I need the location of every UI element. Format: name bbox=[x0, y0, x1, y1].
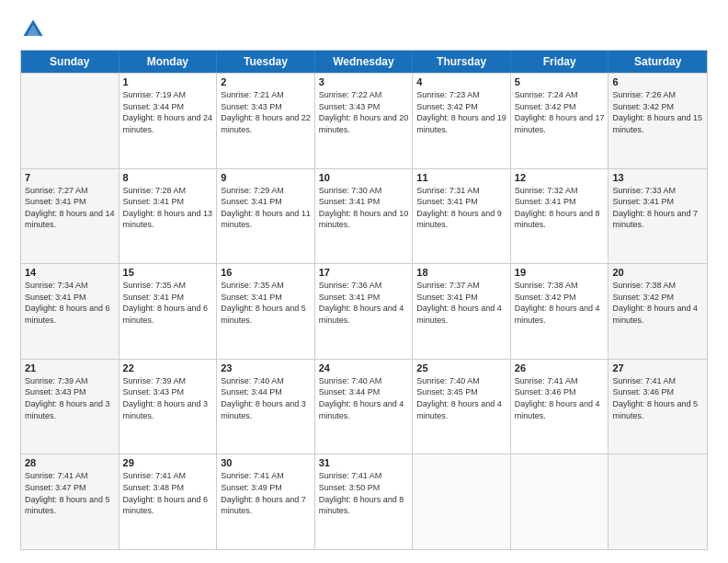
day-number: 31 bbox=[319, 457, 409, 468]
cal-cell: 20Sunrise: 7:38 AM Sunset: 3:42 PM Dayli… bbox=[609, 264, 707, 359]
day-number: 24 bbox=[319, 362, 409, 373]
day-number: 4 bbox=[416, 76, 506, 87]
cell-info: Sunrise: 7:22 AM Sunset: 3:43 PM Dayligh… bbox=[319, 89, 409, 135]
cal-cell bbox=[413, 454, 511, 549]
cell-info: Sunrise: 7:37 AM Sunset: 3:41 PM Dayligh… bbox=[416, 280, 506, 326]
cell-info: Sunrise: 7:35 AM Sunset: 3:41 PM Dayligh… bbox=[221, 280, 311, 326]
header-cell-monday: Monday bbox=[119, 51, 218, 73]
header-cell-thursday: Thursday bbox=[413, 51, 511, 73]
day-number: 25 bbox=[416, 362, 506, 373]
cal-cell: 13Sunrise: 7:33 AM Sunset: 3:41 PM Dayli… bbox=[609, 169, 707, 264]
week-row-5: 28Sunrise: 7:41 AM Sunset: 3:47 PM Dayli… bbox=[21, 454, 707, 549]
day-number: 11 bbox=[416, 172, 506, 183]
cal-cell bbox=[21, 74, 119, 168]
cell-info: Sunrise: 7:30 AM Sunset: 3:41 PM Dayligh… bbox=[319, 185, 409, 231]
cell-info: Sunrise: 7:38 AM Sunset: 3:42 PM Dayligh… bbox=[612, 280, 703, 326]
cell-info: Sunrise: 7:28 AM Sunset: 3:41 PM Dayligh… bbox=[123, 185, 213, 231]
cell-info: Sunrise: 7:26 AM Sunset: 3:42 PM Dayligh… bbox=[612, 89, 703, 135]
cal-cell: 17Sunrise: 7:36 AM Sunset: 3:41 PM Dayli… bbox=[315, 264, 414, 359]
cell-info: Sunrise: 7:38 AM Sunset: 3:42 PM Dayligh… bbox=[515, 280, 605, 326]
cal-cell: 8Sunrise: 7:28 AM Sunset: 3:41 PM Daylig… bbox=[119, 169, 218, 264]
cell-info: Sunrise: 7:41 AM Sunset: 3:48 PM Dayligh… bbox=[123, 470, 213, 516]
cell-info: Sunrise: 7:39 AM Sunset: 3:43 PM Dayligh… bbox=[123, 375, 213, 421]
cell-info: Sunrise: 7:41 AM Sunset: 3:46 PM Dayligh… bbox=[515, 375, 605, 421]
cell-info: Sunrise: 7:35 AM Sunset: 3:41 PM Dayligh… bbox=[123, 280, 213, 326]
day-number: 27 bbox=[612, 362, 703, 373]
day-number: 2 bbox=[221, 76, 311, 87]
cal-cell: 15Sunrise: 7:35 AM Sunset: 3:41 PM Dayli… bbox=[119, 264, 218, 359]
day-number: 20 bbox=[612, 267, 703, 278]
day-number: 13 bbox=[612, 172, 703, 183]
logo bbox=[20, 17, 50, 42]
cal-cell: 24Sunrise: 7:40 AM Sunset: 3:44 PM Dayli… bbox=[315, 360, 414, 454]
day-number: 16 bbox=[221, 267, 311, 278]
cal-cell: 6Sunrise: 7:26 AM Sunset: 3:42 PM Daylig… bbox=[609, 74, 707, 168]
cell-info: Sunrise: 7:41 AM Sunset: 3:49 PM Dayligh… bbox=[221, 470, 311, 516]
cal-cell: 25Sunrise: 7:40 AM Sunset: 3:45 PM Dayli… bbox=[413, 360, 511, 454]
cell-info: Sunrise: 7:29 AM Sunset: 3:41 PM Dayligh… bbox=[221, 185, 311, 231]
cell-info: Sunrise: 7:31 AM Sunset: 3:41 PM Dayligh… bbox=[416, 185, 506, 231]
header-cell-wednesday: Wednesday bbox=[315, 51, 414, 73]
day-number: 29 bbox=[123, 457, 213, 468]
header bbox=[20, 17, 708, 42]
cell-info: Sunrise: 7:39 AM Sunset: 3:43 PM Dayligh… bbox=[25, 375, 115, 421]
day-number: 8 bbox=[123, 172, 213, 183]
cal-cell: 3Sunrise: 7:22 AM Sunset: 3:43 PM Daylig… bbox=[315, 74, 414, 168]
cal-cell: 31Sunrise: 7:41 AM Sunset: 3:50 PM Dayli… bbox=[315, 454, 414, 549]
cal-cell: 22Sunrise: 7:39 AM Sunset: 3:43 PM Dayli… bbox=[119, 360, 218, 454]
week-row-4: 21Sunrise: 7:39 AM Sunset: 3:43 PM Dayli… bbox=[21, 359, 707, 454]
cal-cell bbox=[609, 454, 707, 549]
header-cell-friday: Friday bbox=[511, 51, 609, 73]
day-number: 18 bbox=[416, 267, 506, 278]
day-number: 5 bbox=[515, 76, 605, 87]
cal-cell bbox=[511, 454, 609, 549]
cal-cell: 1Sunrise: 7:19 AM Sunset: 3:44 PM Daylig… bbox=[119, 74, 218, 168]
day-number: 15 bbox=[123, 267, 213, 278]
cell-info: Sunrise: 7:32 AM Sunset: 3:41 PM Dayligh… bbox=[515, 185, 605, 231]
day-number: 21 bbox=[25, 362, 115, 373]
cal-cell: 18Sunrise: 7:37 AM Sunset: 3:41 PM Dayli… bbox=[413, 264, 511, 359]
cal-cell: 19Sunrise: 7:38 AM Sunset: 3:42 PM Dayli… bbox=[511, 264, 609, 359]
cell-info: Sunrise: 7:40 AM Sunset: 3:44 PM Dayligh… bbox=[319, 375, 409, 421]
cal-cell: 26Sunrise: 7:41 AM Sunset: 3:46 PM Dayli… bbox=[511, 360, 609, 454]
logo-icon bbox=[20, 17, 46, 42]
cell-info: Sunrise: 7:41 AM Sunset: 3:50 PM Dayligh… bbox=[319, 470, 409, 516]
cell-info: Sunrise: 7:40 AM Sunset: 3:45 PM Dayligh… bbox=[416, 375, 506, 421]
cell-info: Sunrise: 7:24 AM Sunset: 3:42 PM Dayligh… bbox=[515, 89, 605, 135]
day-number: 19 bbox=[515, 267, 605, 278]
cal-cell: 5Sunrise: 7:24 AM Sunset: 3:42 PM Daylig… bbox=[511, 74, 609, 168]
day-number: 17 bbox=[319, 267, 409, 278]
day-number: 3 bbox=[319, 76, 409, 87]
cell-info: Sunrise: 7:23 AM Sunset: 3:42 PM Dayligh… bbox=[416, 89, 506, 135]
cal-cell: 2Sunrise: 7:21 AM Sunset: 3:43 PM Daylig… bbox=[217, 74, 315, 168]
cal-cell: 23Sunrise: 7:40 AM Sunset: 3:44 PM Dayli… bbox=[217, 360, 315, 454]
day-number: 7 bbox=[25, 172, 115, 183]
cell-info: Sunrise: 7:40 AM Sunset: 3:44 PM Dayligh… bbox=[221, 375, 311, 421]
cal-cell: 10Sunrise: 7:30 AM Sunset: 3:41 PM Dayli… bbox=[315, 169, 414, 264]
day-number: 14 bbox=[25, 267, 115, 278]
day-number: 9 bbox=[221, 172, 311, 183]
header-cell-saturday: Saturday bbox=[609, 51, 707, 73]
week-row-1: 1Sunrise: 7:19 AM Sunset: 3:44 PM Daylig… bbox=[21, 73, 707, 168]
day-number: 23 bbox=[221, 362, 311, 373]
cell-info: Sunrise: 7:36 AM Sunset: 3:41 PM Dayligh… bbox=[319, 280, 409, 326]
cal-cell: 29Sunrise: 7:41 AM Sunset: 3:48 PM Dayli… bbox=[119, 454, 218, 549]
cal-cell: 28Sunrise: 7:41 AM Sunset: 3:47 PM Dayli… bbox=[21, 454, 119, 549]
header-cell-tuesday: Tuesday bbox=[217, 51, 315, 73]
calendar-header: SundayMondayTuesdayWednesdayThursdayFrid… bbox=[21, 51, 707, 73]
cal-cell: 16Sunrise: 7:35 AM Sunset: 3:41 PM Dayli… bbox=[217, 264, 315, 359]
cal-cell: 21Sunrise: 7:39 AM Sunset: 3:43 PM Dayli… bbox=[21, 360, 119, 454]
day-number: 22 bbox=[123, 362, 213, 373]
day-number: 28 bbox=[25, 457, 115, 468]
cell-info: Sunrise: 7:33 AM Sunset: 3:41 PM Dayligh… bbox=[612, 185, 703, 231]
day-number: 12 bbox=[515, 172, 605, 183]
cell-info: Sunrise: 7:27 AM Sunset: 3:41 PM Dayligh… bbox=[25, 185, 115, 231]
cal-cell: 12Sunrise: 7:32 AM Sunset: 3:41 PM Dayli… bbox=[511, 169, 609, 264]
calendar: SundayMondayTuesdayWednesdayThursdayFrid… bbox=[20, 50, 708, 550]
header-cell-sunday: Sunday bbox=[21, 51, 119, 73]
cal-cell: 9Sunrise: 7:29 AM Sunset: 3:41 PM Daylig… bbox=[217, 169, 315, 264]
cell-info: Sunrise: 7:21 AM Sunset: 3:43 PM Dayligh… bbox=[221, 89, 311, 135]
page: SundayMondayTuesdayWednesdayThursdayFrid… bbox=[0, 0, 728, 563]
cell-info: Sunrise: 7:41 AM Sunset: 3:47 PM Dayligh… bbox=[25, 470, 115, 516]
week-row-3: 14Sunrise: 7:34 AM Sunset: 3:41 PM Dayli… bbox=[21, 263, 707, 359]
